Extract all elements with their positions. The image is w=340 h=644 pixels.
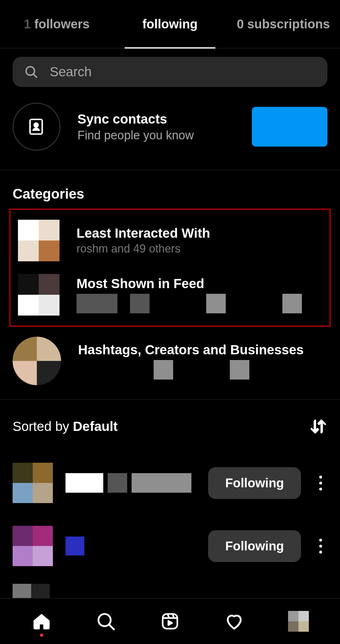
category-title: Least Interacted With [76, 226, 210, 241]
tab-followers[interactable]: 1 followers [0, 0, 113, 48]
sort-icon [309, 417, 327, 436]
sync-follow-button[interactable] [252, 107, 327, 147]
nav-reels[interactable] [159, 612, 181, 631]
avatar[interactable] [13, 526, 53, 566]
highlight-annotation-box: Least Interacted With roshm and 49 other… [9, 209, 331, 327]
nav-profile[interactable] [287, 611, 309, 632]
tab-count: 1 [24, 17, 31, 31]
sort-label: Sorted by Default [13, 419, 118, 434]
search-icon [24, 65, 38, 79]
sort-value: Default [73, 419, 117, 434]
bottom-nav [0, 598, 340, 644]
svg-line-11 [109, 624, 114, 629]
following-row: Following [13, 514, 327, 577]
sync-text: Sync contacts Find people you know [77, 112, 194, 142]
category-most-shown[interactable]: Most Shown in Feed [13, 268, 327, 322]
category-title: Most Shown in Feed [76, 276, 302, 291]
username-redacted [65, 537, 196, 555]
category-avatar [18, 220, 60, 261]
category-text: Least Interacted With roshm and 49 other… [76, 226, 210, 255]
username-redacted [65, 473, 196, 493]
following-list: Following Following [0, 451, 340, 615]
profile-avatar-icon [288, 611, 309, 632]
home-icon [32, 612, 51, 631]
svg-line-1 [33, 74, 37, 77]
heart-icon [224, 612, 244, 631]
sort-button[interactable] [309, 417, 327, 436]
sync-contacts-row: Sync contacts Find people you know [0, 96, 340, 170]
contacts-icon-circle [13, 103, 60, 151]
category-avatar [13, 337, 61, 385]
tab-following-label: following [142, 17, 198, 31]
row-menu-button[interactable] [314, 476, 327, 490]
avatar[interactable] [13, 463, 53, 503]
tabs: 1 followers following 0 subscriptions [0, 0, 340, 49]
search-container [0, 49, 340, 96]
category-least-interacted[interactable]: Least Interacted With roshm and 49 other… [13, 213, 327, 268]
tab-subscriptions[interactable]: 0 subscriptions [227, 0, 340, 48]
categories-header: Categories [0, 170, 340, 209]
search-icon [96, 612, 116, 631]
following-row: Following [13, 451, 327, 514]
tab-followers-label: followers [34, 17, 90, 31]
redacted-subtitle [78, 360, 304, 380]
category-avatar [18, 274, 60, 316]
category-title: Hashtags, Creators and Businesses [78, 342, 304, 357]
active-indicator [40, 634, 43, 637]
sync-subtitle: Find people you know [77, 129, 194, 142]
search-bar[interactable] [13, 57, 327, 87]
following-button[interactable]: Following [208, 530, 301, 562]
category-subtitle: roshm and 49 others [76, 242, 210, 255]
nav-activity[interactable] [223, 612, 245, 631]
category-text: Hashtags, Creators and Businesses [78, 342, 304, 380]
nav-search[interactable] [95, 612, 117, 631]
sort-prefix: Sorted by [13, 419, 73, 434]
tab-following[interactable]: following [113, 0, 227, 48]
category-text: Most Shown in Feed [76, 276, 302, 313]
search-input[interactable] [50, 64, 316, 79]
sync-title: Sync contacts [77, 112, 194, 127]
contacts-icon [27, 117, 46, 136]
tab-subscriptions-label: 0 subscriptions [237, 17, 330, 31]
redacted-subtitle [76, 294, 302, 313]
reels-icon [160, 612, 180, 631]
sort-row: Sorted by Default [0, 400, 340, 451]
svg-point-3 [34, 123, 38, 127]
following-button[interactable]: Following [208, 467, 301, 499]
nav-home[interactable] [31, 612, 53, 631]
category-hashtags[interactable]: Hashtags, Creators and Businesses [0, 330, 340, 400]
row-menu-button[interactable] [314, 539, 327, 554]
